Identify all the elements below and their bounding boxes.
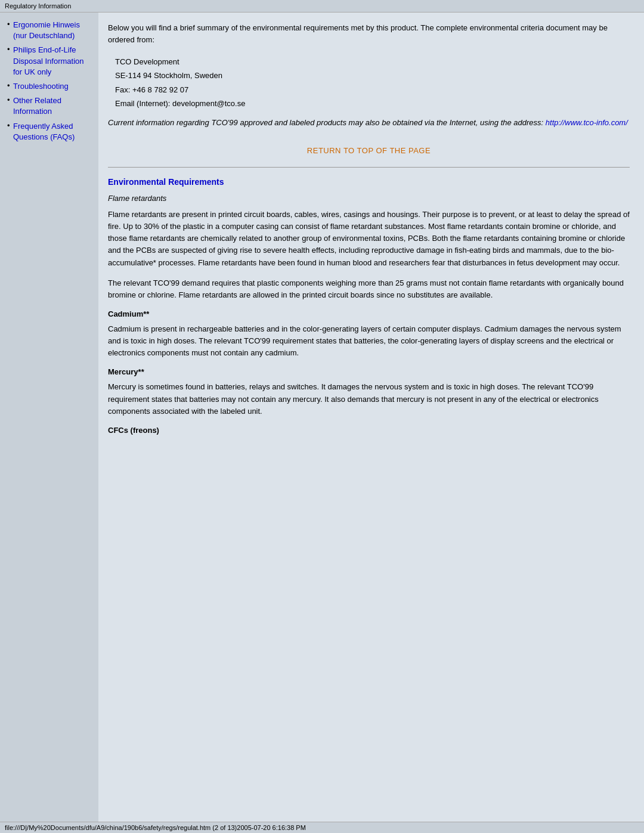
mercury-heading: Mercury**	[108, 367, 630, 376]
sidebar-item-faq[interactable]: Frequently Asked Questions (FAQs)	[13, 122, 75, 141]
address-line-3: Fax: +46 8 782 92 07	[115, 83, 630, 97]
cfcs-heading: CFCs (freons)	[108, 426, 630, 435]
cadmium-heading: Cadmium**	[108, 309, 630, 318]
return-to-top-link[interactable]: RETURN TO TOP OF THE PAGE	[307, 146, 431, 155]
return-to-top: RETURN TO TOP OF THE PAGE	[108, 146, 630, 155]
list-item: Other Related Information	[7, 95, 94, 117]
flame-retardants-para-1: Flame retardants are present in printed …	[108, 209, 630, 269]
main-layout: Ergonomie Hinweis (nur Deutschland) Phil…	[0, 13, 644, 822]
list-item: Philips End-of-Life Disposal Information…	[7, 45, 94, 78]
list-item: Frequently Asked Questions (FAQs)	[7, 121, 94, 143]
intro-paragraph: Below you will find a brief summary of t…	[108, 22, 630, 45]
sidebar-item-ergonomie[interactable]: Ergonomie Hinweis (nur Deutschland)	[13, 20, 80, 40]
mercury-para: Mercury is sometimes found in batteries,…	[108, 381, 630, 417]
sidebar-item-other-related[interactable]: Other Related Information	[13, 96, 61, 116]
content-area: Below you will find a brief summary of t…	[98, 13, 644, 822]
title-text: Regulatory Information	[5, 2, 71, 10]
sidebar-item-troubleshooting[interactable]: Troubleshooting	[13, 82, 69, 91]
flame-retardants-subheading: Flame retardants	[108, 194, 630, 203]
sidebar-item-philips[interactable]: Philips End-of-Life Disposal Information…	[13, 45, 84, 76]
sidebar: Ergonomie Hinweis (nur Deutschland) Phil…	[0, 13, 98, 822]
italic-note: Current information regarding TCO'99 app…	[108, 117, 630, 129]
list-item: Ergonomie Hinweis (nur Deutschland)	[7, 20, 94, 41]
tco-info-link[interactable]: http://www.tco-info.com/	[546, 118, 628, 127]
flame-retardants-para-2: The relevant TCO'99 demand requires that…	[108, 277, 630, 301]
address-line-4: Email (Internet): development@tco.se	[115, 97, 630, 110]
cadmium-para: Cadmium is present in rechargeable batte…	[108, 323, 630, 359]
address-block: TCO Development SE-114 94 Stockholm, Swe…	[115, 55, 630, 111]
list-item: Troubleshooting	[7, 81, 94, 92]
sidebar-nav: Ergonomie Hinweis (nur Deutschland) Phil…	[7, 20, 94, 143]
env-requirements-heading: Environmental Requirements	[108, 177, 630, 187]
address-line-2: SE-114 94 Stockholm, Sweden	[115, 69, 630, 82]
title-bar: Regulatory Information	[0, 0, 644, 13]
address-line-1: TCO Development	[115, 55, 630, 69]
section-divider	[108, 167, 630, 168]
